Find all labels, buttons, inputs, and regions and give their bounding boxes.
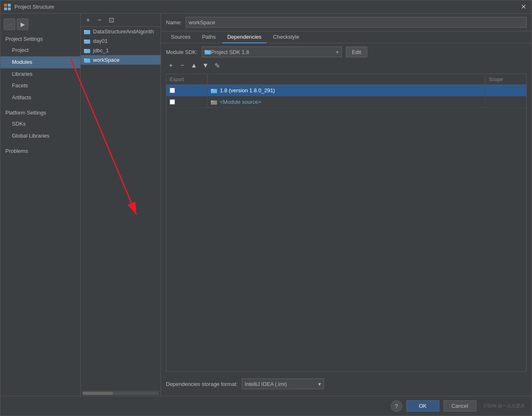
- module-item-label: jdbc_1: [93, 47, 109, 54]
- deps-table-header: Export Scope: [166, 74, 526, 85]
- module-folder-icon: [84, 48, 91, 54]
- tab-sources[interactable]: Sources: [166, 31, 196, 43]
- module-item-data-structure[interactable]: DataStructureAndAlgorith: [81, 27, 161, 36]
- title-bar-text: Project Structure: [14, 4, 518, 10]
- project-structure-dialog: Project Structure ✕ ◀ ▶ Project Settings…: [0, 0, 532, 416]
- sidebar-item-modules[interactable]: Modules: [0, 56, 80, 68]
- module-source-icon: [211, 99, 217, 105]
- bottom-bar: ? OK Cancel CSDN @一点点星辰: [0, 396, 532, 416]
- storage-select[interactable]: IntelliJ IDEA (.iml) ▾: [242, 379, 324, 389]
- dep-export-checkbox-jdk[interactable]: [170, 88, 175, 93]
- svg-rect-2: [4, 7, 7, 10]
- sdk-folder-icon: [205, 49, 211, 55]
- title-bar: Project Structure ✕: [0, 0, 532, 14]
- svg-rect-1: [8, 4, 11, 7]
- module-item-jdbc[interactable]: jdbc_1: [81, 46, 161, 55]
- dep-row-module-source[interactable]: <Module source>: [166, 96, 526, 108]
- edit-dep-button[interactable]: ✎: [212, 61, 222, 70]
- project-settings-header: Project Settings: [0, 33, 80, 44]
- module-panel: + − ⊡ DataStructureAndAlgorith: [81, 14, 161, 396]
- module-item-day01[interactable]: day01: [81, 36, 161, 46]
- dep-export-jdk: [166, 85, 208, 96]
- storage-value: IntelliJ IDEA (.iml): [245, 381, 287, 387]
- svg-rect-13: [205, 50, 207, 51]
- help-button[interactable]: ?: [391, 400, 402, 412]
- module-folder-icon: [84, 29, 91, 35]
- tab-dependencies[interactable]: Dependencies: [222, 31, 266, 43]
- edit-sdk-button[interactable]: Edit: [346, 47, 367, 57]
- sdk-select[interactable]: Project SDK 1.8 ▾: [202, 47, 342, 57]
- module-item-workspace[interactable]: workSpace: [81, 55, 161, 65]
- module-toolbar: + − ⊡: [81, 14, 161, 27]
- name-label: Name:: [166, 19, 182, 26]
- sidebar-item-sdks[interactable]: SDKs: [0, 118, 80, 130]
- deps-toolbar: + − ▲ ▼ ✎: [166, 61, 527, 70]
- svg-rect-17: [211, 100, 213, 102]
- dep-name-text-jdk: 1.8 (version 1.8.0_291): [220, 87, 275, 93]
- platform-settings-header: Platform Settings: [0, 107, 80, 118]
- add-module-button[interactable]: +: [83, 15, 93, 25]
- sdk-label: Module SDK:: [166, 49, 198, 55]
- add-dep-button[interactable]: +: [166, 61, 176, 70]
- sidebar-item-problems[interactable]: Problems: [0, 145, 80, 157]
- svg-rect-5: [84, 30, 86, 31]
- sidebar: ◀ ▶ Project Settings Project Modules Lib…: [0, 14, 81, 396]
- storage-dropdown-arrow: ▾: [318, 381, 321, 387]
- remove-dep-button[interactable]: −: [177, 61, 187, 70]
- svg-rect-11: [84, 58, 86, 60]
- dep-scope-module: [485, 96, 526, 108]
- module-item-label: day01: [93, 38, 107, 44]
- sidebar-item-artifacts[interactable]: Artifacts: [0, 92, 80, 104]
- module-scroll-bar[interactable]: [81, 391, 161, 396]
- module-folder-icon: [84, 57, 91, 63]
- storage-label: Dependencies storage format:: [166, 381, 238, 387]
- close-button[interactable]: ✕: [518, 2, 528, 12]
- dep-row-jdk[interactable]: 1.8 (version 1.8.0_291): [166, 85, 526, 96]
- tab-paths[interactable]: Paths: [197, 31, 221, 43]
- dep-export-module: [166, 96, 208, 108]
- deps-table: Export Scope: [166, 74, 527, 372]
- module-item-label: DataStructureAndAlgorith: [93, 28, 154, 35]
- svg-rect-7: [84, 40, 86, 41]
- dep-scope-jdk: [485, 85, 526, 96]
- tabs-bar: Sources Paths Dependencies Checkstyle: [161, 31, 532, 43]
- forward-button[interactable]: ▶: [17, 19, 28, 30]
- sdk-dropdown-arrow: ▾: [336, 49, 339, 55]
- scope-column-header: Scope: [485, 74, 526, 84]
- sdk-folder-icon: [211, 88, 217, 93]
- module-item-label: workSpace: [93, 57, 119, 63]
- tab-checkstyle[interactable]: Checkstyle: [268, 31, 304, 43]
- svg-rect-3: [8, 7, 11, 10]
- dependencies-content: Module SDK: Project SDK 1.8 ▾ Edit + −: [161, 43, 532, 396]
- cancel-button[interactable]: Cancel: [443, 400, 476, 411]
- name-bar: Name:: [161, 14, 532, 31]
- remove-module-button[interactable]: −: [95, 15, 105, 25]
- move-dep-down-button[interactable]: ▼: [201, 61, 210, 70]
- dep-name-text-module: <Module source>: [220, 99, 261, 105]
- move-dep-up-button[interactable]: ▲: [189, 61, 199, 70]
- export-column-header: Export: [166, 74, 208, 84]
- dep-name-module: <Module source>: [208, 97, 485, 107]
- sidebar-item-facets[interactable]: Facets: [0, 80, 80, 92]
- svg-rect-0: [4, 4, 7, 7]
- svg-rect-9: [84, 49, 86, 50]
- sidebar-item-global-libraries[interactable]: Global Libraries: [0, 130, 80, 142]
- app-icon: [4, 3, 11, 11]
- copy-module-button[interactable]: ⊡: [106, 15, 116, 25]
- dep-name-jdk: 1.8 (version 1.8.0_291): [208, 86, 485, 95]
- storage-row: Dependencies storage format: IntelliJ ID…: [166, 375, 527, 393]
- sdk-row: Module SDK: Project SDK 1.8 ▾ Edit: [166, 47, 527, 57]
- right-panel: Name: Sources Paths Dependencies Checkst…: [161, 14, 532, 396]
- name-column-header: [208, 74, 485, 84]
- module-name-input[interactable]: [186, 17, 527, 28]
- deps-table-body: 1.8 (version 1.8.0_291): [166, 85, 526, 372]
- sidebar-item-project[interactable]: Project: [0, 44, 80, 56]
- svg-rect-15: [211, 89, 213, 90]
- module-list: DataStructureAndAlgorith day01 jdbc_1: [81, 27, 161, 391]
- sidebar-item-libraries[interactable]: Libraries: [0, 68, 80, 80]
- ok-button[interactable]: OK: [406, 400, 439, 411]
- dep-export-checkbox-module[interactable]: [170, 99, 175, 105]
- back-button[interactable]: ◀: [4, 19, 15, 30]
- module-folder-icon: [84, 38, 91, 44]
- watermark-text: CSDN @一点点星辰: [484, 403, 525, 409]
